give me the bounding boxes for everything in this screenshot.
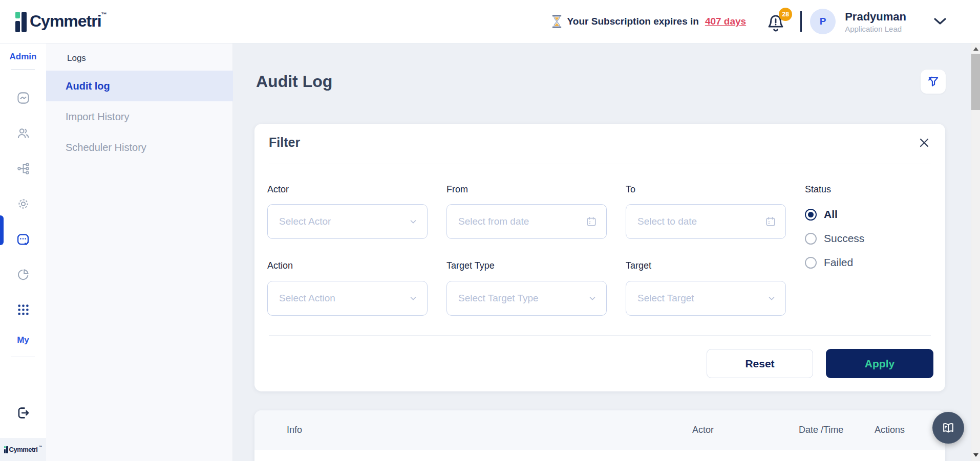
mini-logo: Cymmetri ™ xyxy=(0,438,46,461)
sidebar-item-apps[interactable] xyxy=(0,292,46,327)
audit-log-table: Info Actor Date /Time Actions xyxy=(254,410,945,461)
top-header: Cymmetri ™ Your Subscription expires in … xyxy=(0,0,980,43)
actor-select[interactable]: Select Actor xyxy=(267,204,428,239)
status-option-label: Failed xyxy=(824,256,853,269)
chevron-down-icon[interactable] xyxy=(933,17,947,26)
logout-button[interactable] xyxy=(0,401,46,425)
user-text: Pradyuman Application Lead xyxy=(845,10,906,33)
chevron-down-icon xyxy=(409,294,418,303)
audit-chat-icon xyxy=(16,232,30,247)
to-date-placeholder: Select to date xyxy=(637,216,765,227)
cymmetri-logo-mark-icon xyxy=(15,12,27,32)
sidebar-item-reports[interactable] xyxy=(0,257,46,292)
user-role: Application Lead xyxy=(845,25,906,33)
users-icon xyxy=(16,126,30,140)
activity-icon xyxy=(16,91,30,105)
filter-divider xyxy=(269,164,931,164)
target-placeholder: Select Target xyxy=(637,293,767,304)
logo-text: Cymmetri xyxy=(30,11,101,31)
status-label: Status xyxy=(805,184,864,195)
chevron-down-icon xyxy=(767,294,776,303)
close-icon xyxy=(918,137,930,149)
to-date-input[interactable]: Select to date xyxy=(626,204,786,239)
reset-button[interactable]: Reset xyxy=(707,349,813,378)
status-radio-failed[interactable]: Failed xyxy=(805,256,864,269)
target-type-placeholder: Select Target Type xyxy=(458,293,588,304)
hourglass-icon xyxy=(551,14,562,29)
user-menu[interactable]: P Pradyuman Application Lead xyxy=(810,9,933,34)
gear-icon xyxy=(16,197,30,211)
mini-logo-mark-icon xyxy=(4,446,8,453)
cymmetri-logo[interactable]: Cymmetri ™ xyxy=(15,11,107,32)
sidebar-item-settings[interactable] xyxy=(0,186,46,222)
rail-icons xyxy=(0,80,46,327)
app-window: Cymmetri ™ Your Subscription expires in … xyxy=(0,0,980,461)
logo-trademark: ™ xyxy=(101,11,107,17)
user-name: Pradyuman xyxy=(845,10,906,24)
nav-items: Audit log Import History Scheduler Histo… xyxy=(46,71,233,163)
funnel-icon xyxy=(927,75,940,89)
rail-section-admin: Admin xyxy=(0,52,46,62)
topbar-right: Your Subscription expires in 407 days 28… xyxy=(551,9,980,34)
status-radio-all[interactable]: All xyxy=(805,208,864,221)
subscription-days-link[interactable]: 407 days xyxy=(705,16,746,27)
to-label: To xyxy=(626,184,635,195)
filter-close-button[interactable] xyxy=(918,136,931,149)
action-label: Action xyxy=(267,260,293,271)
actor-placeholder: Select Actor xyxy=(279,216,409,227)
target-type-label: Target Type xyxy=(446,260,495,271)
apps-grid-icon xyxy=(16,303,30,317)
scrollbar-thumb[interactable] xyxy=(971,54,980,110)
nav-item-import-history[interactable]: Import History xyxy=(46,101,233,132)
nav-section-title: Logs xyxy=(46,43,232,63)
sidebar-item-users[interactable] xyxy=(0,116,46,151)
subscription-text: Your Subscription expires in xyxy=(567,16,699,27)
action-placeholder: Select Action xyxy=(279,293,409,304)
chevron-down-icon xyxy=(409,217,418,226)
book-icon xyxy=(941,421,955,435)
target-type-select[interactable]: Select Target Type xyxy=(446,281,607,316)
apply-button[interactable]: Apply xyxy=(826,349,933,378)
notification-badge: 28 xyxy=(779,8,792,21)
vertical-scrollbar xyxy=(971,43,980,461)
page-title: Audit Log xyxy=(256,72,332,91)
status-group: Status All Success Failed xyxy=(805,184,864,269)
column-header-actions: Actions xyxy=(875,425,905,435)
from-date-input[interactable]: Select from date xyxy=(446,204,607,239)
filter-toggle-button[interactable] xyxy=(921,70,946,94)
status-option-label: Success xyxy=(824,232,864,245)
target-select[interactable]: Select Target xyxy=(626,281,786,316)
sidebar-item-hierarchy[interactable] xyxy=(0,151,46,186)
from-label: From xyxy=(446,184,468,195)
nav-item-scheduler-history[interactable]: Scheduler History xyxy=(46,132,233,163)
column-header-date: Date /Time xyxy=(799,425,843,435)
logout-icon xyxy=(15,405,31,421)
chevron-down-icon xyxy=(588,294,597,303)
logs-nav-panel: Logs Audit log Import History Scheduler … xyxy=(46,43,233,461)
radio-icon xyxy=(805,233,817,245)
action-select[interactable]: Select Action xyxy=(267,281,428,316)
nav-item-audit-log[interactable]: Audit log xyxy=(46,71,233,101)
scroll-up-arrow[interactable] xyxy=(971,45,980,53)
notifications-button[interactable]: 28 xyxy=(765,10,789,33)
subscription-notice: Your Subscription expires in 407 days xyxy=(551,14,747,29)
radio-icon xyxy=(805,257,817,269)
filter-panel: Filter Actor Select Actor From Select fr… xyxy=(254,124,945,391)
help-docs-fab[interactable] xyxy=(932,412,964,444)
column-header-actor: Actor xyxy=(692,425,714,435)
avatar: P xyxy=(810,9,836,34)
sidebar-item-audit-logs[interactable] xyxy=(0,222,46,257)
status-radio-success[interactable]: Success xyxy=(805,232,864,245)
hierarchy-icon xyxy=(16,162,30,175)
calendar-icon xyxy=(765,216,776,227)
table-header-row: Info Actor Date /Time Actions xyxy=(254,410,945,450)
from-date-placeholder: Select from date xyxy=(458,216,586,227)
scroll-down-arrow[interactable] xyxy=(971,451,980,459)
pie-chart-icon xyxy=(16,268,30,281)
main-content: Audit Log Filter Actor Select Actor xyxy=(233,43,971,461)
actor-label: Actor xyxy=(267,184,289,195)
header-divider xyxy=(800,11,802,32)
sidebar-item-dashboard[interactable] xyxy=(0,80,46,116)
filter-panel-title: Filter xyxy=(269,135,300,150)
status-option-label: All xyxy=(824,208,838,221)
